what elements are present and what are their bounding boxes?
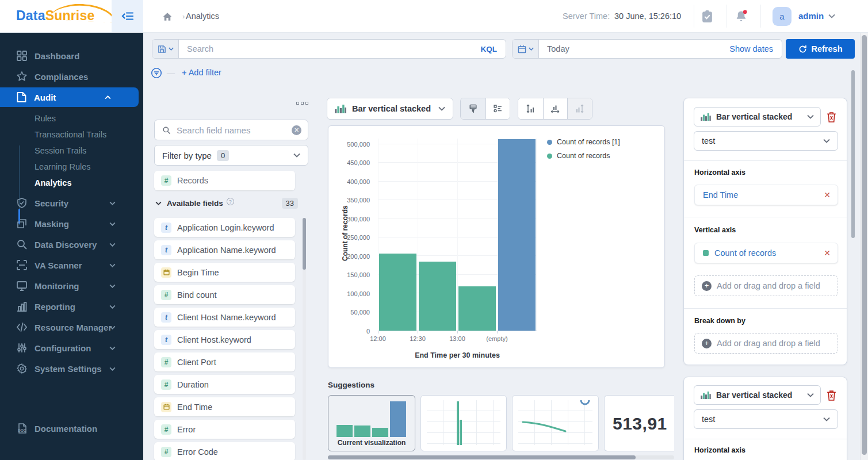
scrollbar-thumb[interactable] <box>328 455 636 459</box>
show-dates-button[interactable]: Show dates <box>721 44 782 53</box>
series-color-swatch <box>703 250 709 256</box>
suggestion-current[interactable]: Current visualization <box>328 395 415 451</box>
remove-field-icon[interactable]: ✕ <box>824 190 831 200</box>
sidebar-subitem-transactional-trails[interactable]: Transactional Trails <box>35 130 106 139</box>
bar-segment[interactable] <box>498 139 536 331</box>
dataset-select[interactable]: test <box>694 131 838 151</box>
saved-queries-button[interactable] <box>152 40 179 58</box>
records-field-item[interactable]: # Records <box>154 171 295 190</box>
legend-settings-button[interactable] <box>485 98 510 119</box>
field-item[interactable]: tClient Host.keyword <box>154 330 295 349</box>
sidebar-item-compliances[interactable]: Compliances <box>0 67 143 86</box>
sidebar-item-security[interactable]: Security <box>0 193 143 213</box>
filter-by-type-select[interactable]: Filter by type 0 <box>154 145 308 166</box>
left-axis-button[interactable] <box>518 98 543 119</box>
page-scrollbar[interactable] <box>860 33 868 460</box>
home-icon[interactable] <box>162 12 173 22</box>
field-link[interactable]: End Time <box>703 190 738 200</box>
remove-field-icon[interactable]: ✕ <box>824 248 831 258</box>
sidebar-item-audit[interactable]: Audit <box>0 87 139 107</box>
help-icon[interactable]: ? <box>227 198 234 205</box>
scrollbar-thumb[interactable] <box>862 35 867 455</box>
add-field-dropzone[interactable]: + Add or drag and drop a field <box>694 333 838 354</box>
vertical-axis-field[interactable]: Count of records ✕ <box>694 243 838 263</box>
search-input[interactable] <box>179 44 472 53</box>
sidebar-item-monitoring[interactable]: Monitoring <box>0 276 143 296</box>
sidebar-subitem-rules[interactable]: Rules <box>35 114 56 123</box>
available-fields-header[interactable]: Available fields ? 33 <box>155 198 298 209</box>
right-axis-button-disabled[interactable] <box>567 98 592 119</box>
appearance-brush-button[interactable] <box>461 98 485 119</box>
delete-layer-trash-icon[interactable] <box>827 390 836 401</box>
field-item[interactable]: #Bind count <box>154 285 295 304</box>
field-item[interactable]: #Error Code <box>154 442 295 460</box>
bottom-axis-button[interactable] <box>543 98 568 119</box>
server-time-label: Server Time: <box>563 12 610 21</box>
sidebar-item-resource-manager[interactable]: Resource Manager <box>0 317 143 337</box>
sidebar-item-va-scanner[interactable]: VA Scanner <box>0 255 143 275</box>
dataset-select[interactable]: test <box>694 409 838 429</box>
kql-toggle[interactable]: KQL <box>472 45 506 53</box>
legend-item[interactable]: Count of records [1] <box>547 138 620 146</box>
scanner-frame-icon <box>16 259 28 271</box>
breadcrumb[interactable]: Analytics <box>186 12 219 21</box>
bar-segment[interactable] <box>419 262 456 331</box>
sidebar-collapse-button[interactable] <box>112 0 143 32</box>
filter-icon[interactable] <box>151 67 162 79</box>
add-field-dropzone[interactable]: + Add or drag and drop a field <box>694 275 838 296</box>
sidebar-item-system-settings[interactable]: System Settings <box>0 359 143 378</box>
field-item[interactable]: #Error <box>154 420 295 439</box>
layer-chart-type-select[interactable]: Bar vertical stacked <box>694 385 821 405</box>
date-picker-bar: Today Show dates <box>512 39 782 59</box>
bar-segment[interactable] <box>379 254 416 331</box>
legend-item[interactable]: Count of records <box>547 152 620 160</box>
horizontal-axis-field[interactable]: End Time ✕ <box>694 185 838 205</box>
suggestion-bar-alt[interactable] <box>420 395 507 451</box>
field-link[interactable]: Count of records <box>714 248 776 258</box>
chevron-down-icon[interactable] <box>828 14 835 18</box>
add-filter-button[interactable]: + Add filter <box>182 68 221 77</box>
notifications-bell-icon[interactable] <box>735 9 748 23</box>
scrollbar-thumb[interactable] <box>851 70 855 238</box>
date-range-value[interactable]: Today <box>539 44 721 53</box>
config-scrollbar[interactable] <box>851 69 855 241</box>
sidebar-subitem-analytics[interactable]: Analytics <box>35 178 71 187</box>
sidebar-subitem-session-trails[interactable]: Session Trails <box>35 146 86 155</box>
chart-type-select[interactable]: Bar vertical stacked <box>327 98 453 120</box>
user-menu[interactable]: admin <box>798 11 824 21</box>
sidebar-item-masking[interactable]: Masking <box>0 214 143 233</box>
layer-chart-type-select[interactable]: Bar vertical stacked <box>694 107 821 126</box>
field-item[interactable]: tApplication Login.keyword <box>154 218 295 237</box>
suggestion-line[interactable] <box>512 395 599 451</box>
field-item[interactable]: #Duration <box>154 375 295 394</box>
date-quick-select-button[interactable] <box>513 40 539 58</box>
tasks-clipboard-icon[interactable] <box>701 10 713 23</box>
sidebar-item-documentation[interactable]: DOC Documentation <box>0 419 143 438</box>
sidebar-item-reporting[interactable]: Reporting <box>0 297 143 316</box>
field-item[interactable]: End Time <box>154 397 295 416</box>
delete-layer-trash-icon[interactable] <box>827 112 836 122</box>
field-item[interactable]: tApplication Name.keyword <box>154 240 295 259</box>
suggestion-metric[interactable]: 513,91 <box>604 395 674 451</box>
field-label: Client Port <box>177 358 216 367</box>
sidebar-item-data-discovery[interactable]: Data Discovery <box>0 235 143 254</box>
clear-search-icon[interactable]: ✕ <box>292 125 301 135</box>
bar-segment[interactable] <box>458 286 496 331</box>
sidebar-item-label: Documentation <box>35 424 97 434</box>
panel-drag-handle-icon[interactable] <box>296 102 308 105</box>
field-item[interactable]: #Client Port <box>154 352 295 371</box>
suggestions-scrollbar[interactable] <box>328 455 674 459</box>
code-icon <box>16 321 28 333</box>
field-item[interactable]: Begin Time <box>154 263 295 282</box>
fields-scrollbar[interactable] <box>303 218 306 460</box>
chart-legend[interactable]: Count of records [1]Count of records <box>547 138 620 166</box>
logo[interactable]: DataSunrise <box>16 8 94 24</box>
field-search-input[interactable] <box>171 125 292 135</box>
refresh-button[interactable]: Refresh <box>786 39 855 59</box>
sidebar-item-dashboard[interactable]: Dashboard <box>0 46 143 66</box>
sidebar-subitem-learning-rules[interactable]: Learning Rules <box>35 162 91 171</box>
field-item[interactable]: tClient Host Name.keyword <box>154 308 295 327</box>
sidebar-item-configuration[interactable]: Configuration <box>0 338 143 358</box>
avatar[interactable]: a <box>773 7 791 26</box>
number-field-icon: # <box>161 447 171 457</box>
